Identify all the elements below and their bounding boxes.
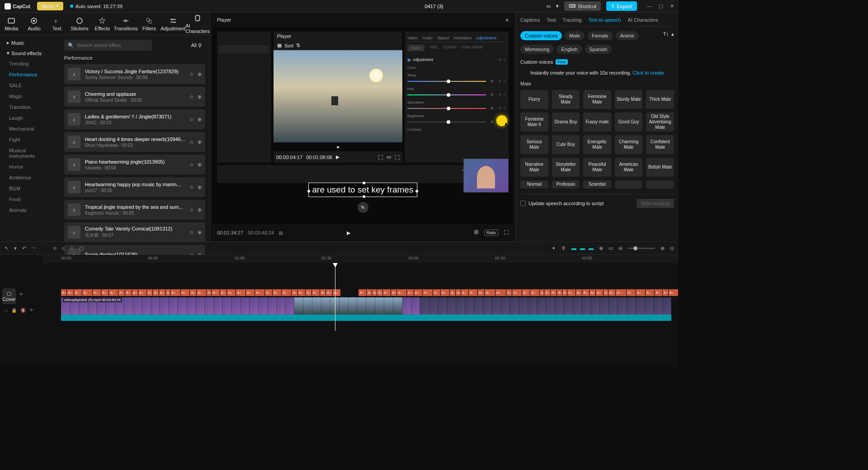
caption-clip[interactable]: A↓ — [383, 289, 391, 296]
caption-clip[interactable]: A↓ — [312, 289, 320, 296]
sound-item[interactable]: ♪Piano heartwarming jingle(1013905)rukat… — [64, 155, 205, 174]
caption-clip[interactable]: A↓ — [82, 289, 92, 296]
nav-magic[interactable]: Magic — [0, 91, 60, 102]
caption-clip[interactable]: A↓ — [197, 289, 207, 296]
timeline-ruler[interactable]: 00:00 00:30 01:00 01:30 02:00 02:30 03:0… — [43, 255, 679, 263]
split-icon[interactable]: ⎋ — [53, 245, 57, 251]
fullscreen-icon[interactable]: ⛶ — [504, 230, 509, 236]
caption-clip[interactable]: A↓ — [609, 289, 616, 296]
caption-clip[interactable]: A↓ — [596, 289, 604, 296]
player-menu-icon[interactable]: ≡ — [506, 17, 509, 23]
voice-item[interactable]: Confident Male — [646, 135, 674, 154]
caption-clip[interactable]: A↓ — [604, 289, 609, 296]
download-icon[interactable]: ⊕ — [198, 139, 202, 145]
favorite-icon[interactable]: ☆ — [189, 162, 194, 168]
caption-clip[interactable]: A↓ — [273, 289, 282, 296]
voice-item[interactable] — [615, 180, 643, 188]
voice-item[interactable]: Thick Male — [646, 90, 674, 109]
voice-item[interactable]: Good Guy — [615, 113, 643, 132]
caption-box[interactable]: are used to set key frames — [308, 183, 418, 197]
caption-clip[interactable]: A↓ — [530, 289, 539, 296]
resize-handle[interactable] — [363, 195, 365, 198]
caption-clip[interactable]: A↓ — [118, 289, 125, 296]
cat-spanish[interactable]: Spanish — [585, 45, 612, 54]
caption-clip[interactable]: A↓ — [159, 289, 166, 296]
caption-clip[interactable]: A↓ — [292, 289, 297, 296]
search-input[interactable] — [64, 40, 152, 51]
caption-clip[interactable]: A↓ — [506, 289, 513, 296]
caption-clip[interactable]: A↓ — [461, 289, 469, 296]
resize-handle[interactable] — [363, 182, 365, 184]
mic-icon[interactable]: 🎙 — [561, 245, 566, 251]
redo-icon[interactable]: ↷ — [32, 245, 36, 251]
caption-clip[interactable]: A↓ — [265, 289, 273, 296]
start-reading-button[interactable]: Start reading — [637, 199, 674, 208]
tab-text-to-speech[interactable]: Text-to-speech — [588, 17, 621, 23]
tab-transitions[interactable]: Transitions — [113, 13, 137, 35]
caption-clip[interactable]: A↓ — [663, 289, 669, 296]
compare-icon[interactable]: ▦ — [278, 230, 283, 236]
caption-clip[interactable]: A↓ — [456, 289, 461, 296]
magnet2-icon[interactable]: ▬ — [580, 245, 585, 251]
caption-clip[interactable]: A↓ — [255, 289, 265, 296]
ratio-button[interactable]: Ratio — [484, 230, 498, 236]
voice-item[interactable]: Steady Male — [552, 90, 580, 109]
caption-clip[interactable]: A↓ — [67, 289, 74, 296]
caption-clip[interactable]: A↓ — [359, 289, 367, 296]
tab-media[interactable]: Media — [0, 13, 23, 35]
nav-sale[interactable]: SALE — [0, 80, 60, 91]
preview-icon[interactable]: ▭ — [609, 245, 613, 251]
minimize-icon[interactable]: — — [647, 3, 652, 9]
download-icon[interactable]: ⊕ — [198, 71, 202, 77]
caption-edit-icon[interactable]: ✎ — [358, 202, 368, 213]
update-speech-checkbox[interactable] — [520, 201, 526, 206]
caption-clip[interactable]: A↓ — [246, 289, 255, 296]
caption-clip[interactable]: A↓ — [627, 289, 636, 296]
caption-clip[interactable]: A↓ — [582, 289, 590, 296]
caption-clip[interactable]: A↓ — [282, 289, 292, 296]
maximize-icon[interactable]: ▢ — [659, 3, 663, 9]
visibility-icon[interactable]: 👁 — [19, 292, 24, 297]
caption-clip[interactable]: A↓ — [450, 289, 456, 296]
cat-memesong[interactable]: Memesong — [520, 45, 554, 54]
magnet1-icon[interactable]: ▬ — [571, 245, 576, 251]
tab-audio[interactable]: Audio — [23, 13, 45, 35]
caption-clip[interactable]: A↓ — [190, 289, 197, 296]
mute-icon[interactable]: 🔇 — [20, 308, 26, 313]
caption-clip[interactable]: A↓ — [391, 289, 397, 296]
section-music[interactable]: ▸Music — [0, 38, 60, 48]
favorite-icon[interactable]: ☆ — [189, 94, 194, 100]
video-track-icon[interactable]: ▭ — [4, 308, 8, 313]
undo-icon[interactable]: ↶ — [22, 245, 26, 251]
cat-custom-voices[interactable]: Custom voices — [520, 31, 562, 40]
voice-item[interactable]: Feminine Male II — [520, 113, 548, 132]
zoom-in-icon[interactable]: ⊕ — [660, 245, 665, 251]
favorite-icon[interactable]: ☆ — [189, 184, 194, 190]
caption-clip[interactable] — [350, 289, 359, 296]
voice-item[interactable]: Drama Boy — [552, 113, 580, 132]
caption-clip[interactable]: A↓ — [636, 289, 646, 296]
nav-transition[interactable]: Transition — [0, 102, 60, 113]
download-icon[interactable]: ⊕ — [198, 117, 202, 122]
nav-laugh[interactable]: Laugh — [0, 113, 60, 123]
caption-clip[interactable]: A↓ — [125, 289, 132, 296]
magic-icon[interactable]: ✦ — [552, 245, 556, 251]
caption-clip[interactable]: A↓ — [557, 289, 562, 296]
sound-item[interactable]: ♪Comedy Tale Variety Comical(1091312)玄米茶… — [64, 222, 205, 242]
tab-ai-characters[interactable]: AI Characters — [628, 17, 658, 23]
voice-item[interactable] — [646, 180, 674, 188]
caption-clip[interactable] — [341, 289, 350, 296]
tab-text[interactable]: Text — [547, 17, 556, 23]
cat-male[interactable]: Male — [565, 31, 585, 40]
caption-clip[interactable]: A↓ — [207, 289, 212, 296]
tab-stickers[interactable]: Stickers — [68, 13, 91, 35]
caption-clip[interactable]: A↓ — [522, 289, 530, 296]
caption-track[interactable]: A↓A↓A↓A↓A↓A↓A↓A↓A↓A↓A↓A↓A↓A↓A↓A↓A↓A↓A↓A↓… — [61, 289, 679, 296]
caption-clip[interactable]: A↓ — [74, 289, 83, 296]
caption-clip[interactable]: A↓ — [576, 289, 583, 296]
favorite-icon[interactable]: ☆ — [189, 207, 194, 213]
caption-clip[interactable]: A↓ — [551, 289, 557, 296]
split-right-icon[interactable]: ⎍ — [71, 245, 74, 251]
caption-clip[interactable]: A↓ — [61, 289, 67, 296]
split-left-icon[interactable]: ⎌ — [62, 245, 65, 251]
